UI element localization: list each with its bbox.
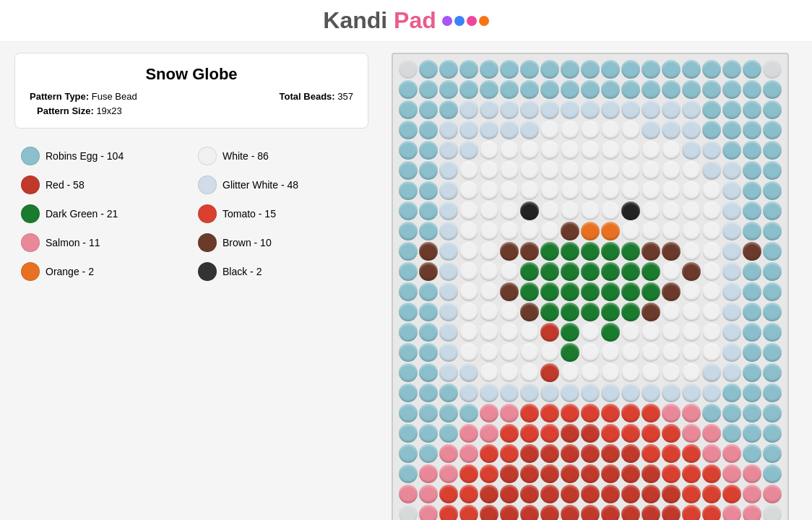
pixel-cell bbox=[621, 222, 640, 240]
pixel-cell bbox=[459, 404, 478, 422]
pixel-cell bbox=[419, 262, 438, 281]
pixel-cell bbox=[763, 181, 782, 200]
pixel-cell bbox=[601, 323, 620, 342]
color-swatch bbox=[21, 204, 40, 223]
pixel-cell bbox=[500, 464, 519, 483]
pixel-cell bbox=[419, 80, 438, 99]
pixel-cell bbox=[621, 121, 640, 139]
pixel-cell bbox=[601, 485, 620, 503]
pixel-cell bbox=[500, 222, 519, 240]
pixel-cell bbox=[642, 100, 660, 119]
pixel-cell bbox=[621, 141, 640, 160]
pixel-cell bbox=[439, 202, 458, 220]
pixel-cell bbox=[419, 404, 438, 422]
pixel-cell bbox=[561, 343, 579, 362]
pixel-grid bbox=[399, 60, 782, 520]
pixel-cell bbox=[540, 60, 559, 79]
pixel-cell bbox=[581, 384, 600, 402]
pixel-cell bbox=[621, 303, 640, 321]
pixel-cell bbox=[682, 202, 701, 220]
pixel-cell bbox=[763, 141, 782, 160]
color-item: Dark Green - 21 bbox=[18, 201, 188, 227]
pixel-cell bbox=[500, 282, 519, 301]
pixel-cell bbox=[702, 363, 721, 382]
pixel-cell bbox=[743, 485, 761, 503]
pixel-cell bbox=[459, 464, 478, 483]
pixel-cell bbox=[399, 60, 418, 79]
pixel-cell bbox=[399, 262, 418, 281]
bead-icon-pink bbox=[467, 16, 477, 26]
pixel-cell bbox=[419, 100, 438, 119]
pixel-cell bbox=[662, 384, 681, 402]
pixel-cell bbox=[459, 485, 478, 503]
pixel-cell bbox=[500, 262, 519, 281]
pixel-cell bbox=[520, 181, 539, 200]
pixel-cell bbox=[439, 384, 458, 402]
pixel-cell bbox=[682, 444, 701, 463]
pixel-cell bbox=[500, 303, 519, 321]
pattern-size-row: Pattern Size: 19x23 bbox=[30, 105, 353, 116]
pixel-cell bbox=[439, 80, 458, 99]
pixel-cell bbox=[601, 222, 620, 240]
pixel-cell bbox=[439, 444, 458, 463]
pixel-cell bbox=[601, 60, 620, 79]
pixel-cell bbox=[459, 505, 478, 520]
pixel-cell bbox=[540, 404, 559, 422]
pixel-cell bbox=[702, 282, 721, 301]
pixel-cell bbox=[459, 181, 478, 200]
pixel-cell bbox=[561, 80, 579, 99]
pixel-cell bbox=[439, 363, 458, 382]
color-label: Brown - 10 bbox=[223, 237, 272, 248]
pixel-cell bbox=[480, 80, 498, 99]
pixel-cell bbox=[682, 485, 701, 503]
pixel-cell bbox=[500, 80, 519, 99]
pixel-cell bbox=[743, 121, 761, 139]
logo-icon bbox=[442, 16, 489, 26]
pixel-cell bbox=[520, 100, 539, 119]
pixel-cell bbox=[621, 242, 640, 261]
pixel-cell bbox=[581, 404, 600, 422]
pixel-cell bbox=[520, 222, 539, 240]
pixel-cell bbox=[399, 505, 418, 520]
pixel-cell bbox=[439, 424, 458, 443]
pixel-cell bbox=[601, 181, 620, 200]
pixel-cell bbox=[419, 161, 438, 180]
pixel-cell bbox=[419, 424, 438, 443]
pixel-cell bbox=[601, 343, 620, 362]
pixel-cell bbox=[561, 121, 579, 139]
color-item: Brown - 10 bbox=[195, 230, 365, 256]
pixel-cell bbox=[500, 121, 519, 139]
logo: Kandi Pad bbox=[323, 7, 436, 34]
pixel-cell bbox=[743, 343, 761, 362]
pixel-cell bbox=[581, 60, 600, 79]
pixel-cell bbox=[763, 384, 782, 402]
pixel-cell bbox=[763, 444, 782, 463]
pixel-cell bbox=[480, 242, 498, 261]
pixel-cell bbox=[480, 222, 498, 240]
pixel-cell bbox=[662, 424, 681, 443]
pixel-cell bbox=[419, 282, 438, 301]
pixel-cell bbox=[399, 181, 418, 200]
pixel-cell bbox=[642, 242, 660, 261]
pixel-cell bbox=[520, 202, 539, 220]
pixel-cell bbox=[662, 303, 681, 321]
pixel-cell bbox=[520, 141, 539, 160]
pixel-cell bbox=[743, 141, 761, 160]
pixel-cell bbox=[702, 444, 721, 463]
pixel-cell bbox=[763, 424, 782, 443]
pixel-cell bbox=[642, 121, 660, 139]
color-item: Black - 2 bbox=[195, 259, 365, 285]
pixel-cell bbox=[500, 141, 519, 160]
pattern-type: Pattern Type: Fuse Bead bbox=[30, 91, 137, 102]
pixel-cell bbox=[459, 202, 478, 220]
pixel-cell bbox=[480, 181, 498, 200]
pixel-cell bbox=[743, 323, 761, 342]
pixel-cell bbox=[682, 181, 701, 200]
pixel-cell bbox=[722, 161, 741, 180]
pixel-cell bbox=[561, 485, 579, 503]
pixel-cell bbox=[621, 100, 640, 119]
pixel-cell bbox=[763, 485, 782, 503]
pixel-cell bbox=[581, 80, 600, 99]
pixel-cell bbox=[399, 161, 418, 180]
pixel-cell bbox=[662, 242, 681, 261]
